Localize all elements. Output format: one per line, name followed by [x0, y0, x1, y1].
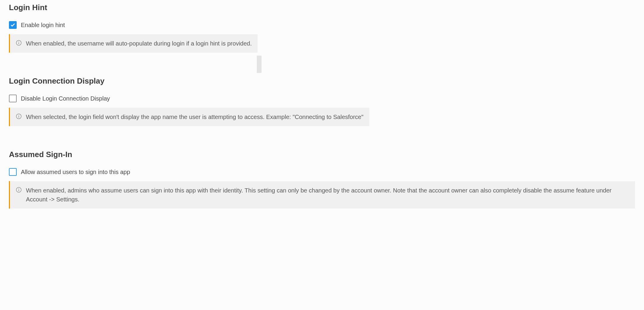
svg-point-1: [18, 41, 19, 42]
enable-login-hint-checkbox[interactable]: [9, 21, 17, 29]
info-icon: [16, 187, 22, 193]
svg-rect-8: [18, 190, 19, 191]
login-hint-section: Login Hint Enable login hint When enable…: [9, 3, 635, 53]
svg-point-4: [18, 115, 19, 115]
login-connection-display-title: Login Connection Display: [9, 76, 635, 86]
allow-assumed-users-row: Allow assumed users to sign into this ap…: [9, 168, 635, 176]
disable-login-connection-row: Disable Login Connection Display: [9, 95, 635, 102]
assumed-signin-section: Assumed Sign-In Allow assumed users to s…: [9, 150, 635, 209]
login-connection-info-box: When selected, the login field won't dis…: [9, 108, 369, 126]
login-hint-title: Login Hint: [9, 3, 635, 12]
svg-point-7: [18, 188, 19, 189]
assumed-signin-info-text: When enabled, admins who assume users ca…: [26, 186, 629, 204]
login-connection-info-text: When selected, the login field won't dis…: [26, 112, 363, 121]
svg-rect-5: [18, 116, 19, 118]
enable-login-hint-label: Enable login hint: [21, 22, 65, 29]
allow-assumed-users-label: Allow assumed users to sign into this ap…: [21, 169, 130, 176]
assumed-signin-info-box: When enabled, admins who assume users ca…: [9, 181, 635, 209]
enable-login-hint-row: Enable login hint: [9, 21, 635, 29]
disable-login-connection-label: Disable Login Connection Display: [21, 95, 110, 102]
disable-login-connection-checkbox[interactable]: [9, 95, 17, 102]
allow-assumed-users-checkbox[interactable]: [9, 168, 17, 176]
svg-rect-2: [18, 43, 19, 44]
login-hint-info-text: When enabled, the username will auto-pop…: [26, 39, 252, 48]
login-connection-display-section: Login Connection Display Disable Login C…: [9, 76, 635, 126]
scrollbar-thumb[interactable]: [257, 56, 262, 73]
info-icon: [16, 40, 22, 46]
checkmark-icon: [10, 22, 15, 28]
info-icon: [16, 113, 22, 119]
login-hint-info-box: When enabled, the username will auto-pop…: [9, 34, 258, 53]
assumed-signin-title: Assumed Sign-In: [9, 150, 635, 159]
